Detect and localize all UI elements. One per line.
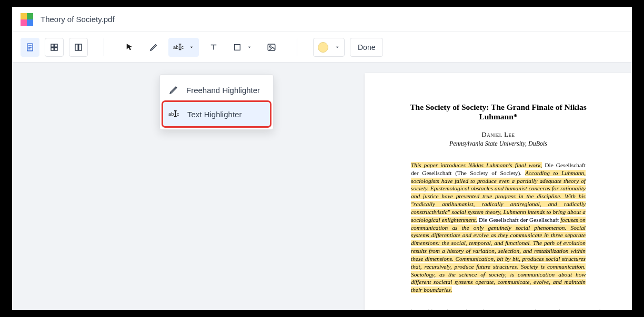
chevron-down-icon [335, 45, 340, 50]
svg-text:ab: ab [173, 45, 178, 50]
color-swatch [318, 42, 328, 53]
chevron-down-icon [247, 45, 252, 50]
app-logo [21, 13, 33, 26]
svg-text:ab: ab [168, 111, 174, 117]
text-tool-button[interactable] [204, 38, 223, 57]
page-icon [25, 43, 35, 52]
grid-icon [49, 43, 59, 52]
freehand-highlighter-option[interactable]: Freehand Highlighter [163, 78, 270, 102]
paper-affiliation: Pennsylvania State University, DuBois [396, 140, 600, 148]
svg-rect-7 [55, 47, 57, 50]
page-view-button[interactable] [21, 38, 39, 57]
content-area: Freehand Highlighter ab c Text Highlight… [12, 63, 632, 310]
text-highlight-icon: ab c [168, 109, 180, 119]
paper-abstract: This paper introduces Niklas Luhmann's f… [396, 161, 600, 294]
svg-rect-13 [235, 44, 240, 50]
abstract-text: Die Gesellschaft der Gesellschaft [477, 217, 560, 223]
highlighted-text: This paper introduces Niklas Luhmann's f… [411, 162, 542, 168]
pencil-icon [168, 85, 179, 95]
paper-title: The Society of Society: The Grand Finale… [396, 103, 600, 121]
svg-rect-9 [79, 44, 82, 50]
dropdown-item-label: Text Highlighter [187, 110, 242, 119]
toolbar: ab c Done [12, 32, 632, 63]
grid-view-button[interactable] [45, 38, 64, 57]
app-window: Theory of Society.pdf ab c [12, 7, 632, 310]
text-highlight-icon: ab c [173, 43, 184, 52]
pdf-page[interactable]: The Society of Society: The Grand Finale… [365, 73, 632, 310]
document-title: Theory of Society.pdf [41, 15, 115, 24]
chevron-down-icon [189, 45, 194, 50]
svg-rect-4 [51, 44, 54, 47]
image-tool-button[interactable] [262, 38, 281, 57]
highlighted-text: focuses on communication as the only gen… [411, 217, 586, 293]
shape-tool-button[interactable] [228, 38, 257, 57]
split-icon [74, 43, 83, 52]
svg-rect-8 [75, 44, 78, 50]
svg-rect-5 [55, 44, 57, 47]
cursor-tool-button[interactable] [120, 38, 139, 57]
paper-body: When Niklas Luhmann began his career as … [396, 309, 600, 310]
highlighted-text: According to Luhmann, sociologists have … [411, 170, 586, 223]
svg-point-15 [269, 46, 271, 47]
highlighter-dropdown: Freehand Highlighter ab c Text Highlight… [159, 74, 274, 130]
toolbar-separator [104, 38, 104, 56]
svg-text:c: c [177, 111, 179, 117]
svg-rect-14 [268, 44, 275, 50]
image-icon [267, 43, 276, 52]
text-icon [209, 43, 218, 52]
toolbar-separator [297, 38, 297, 56]
color-picker-button[interactable] [313, 38, 345, 57]
square-icon [233, 43, 242, 52]
cursor-icon [125, 43, 134, 52]
dropdown-item-label: Freehand Highlighter [186, 86, 260, 95]
svg-rect-6 [51, 47, 54, 50]
highlighter-tool-button[interactable]: ab c [168, 38, 199, 57]
split-view-button[interactable] [69, 38, 88, 57]
done-button[interactable]: Done [350, 38, 383, 57]
title-bar: Theory of Society.pdf [12, 7, 632, 32]
pencil-tool-button[interactable] [144, 38, 163, 57]
text-highlighter-option[interactable]: ab c Text Highlighter [163, 102, 270, 126]
paper-author: Daniel Lee [396, 131, 600, 139]
svg-text:c: c [181, 45, 184, 50]
pencil-icon [149, 43, 158, 52]
